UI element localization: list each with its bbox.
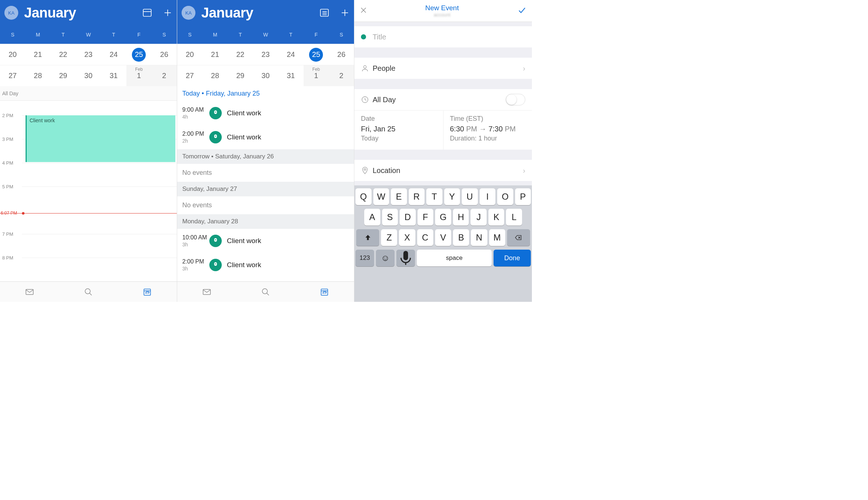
- date-cell[interactable]: 29: [50, 65, 76, 86]
- title-row[interactable]: [354, 26, 532, 47]
- date-cell[interactable]: 26: [152, 44, 177, 65]
- date-cell[interactable]: 24: [101, 44, 126, 65]
- date-cell[interactable]: 2: [329, 65, 354, 86]
- mail-tab-icon[interactable]: [202, 288, 212, 296]
- letter-key[interactable]: I: [480, 188, 496, 205]
- date-cell[interactable]: 28: [202, 65, 228, 86]
- letter-key[interactable]: E: [391, 188, 407, 205]
- letter-key[interactable]: W: [373, 188, 389, 205]
- letter-key[interactable]: M: [489, 229, 505, 246]
- date-cell[interactable]: 31: [101, 65, 126, 86]
- weekday-label: T: [50, 26, 76, 44]
- letter-key[interactable]: C: [417, 229, 433, 246]
- mic-key[interactable]: [396, 250, 415, 266]
- event-category-icon: [209, 259, 222, 271]
- backspace-key[interactable]: [507, 229, 530, 246]
- chevron-right-icon: ›: [523, 64, 525, 73]
- mail-tab-icon[interactable]: [24, 288, 35, 296]
- allday-row[interactable]: All Day: [354, 89, 532, 110]
- letter-key[interactable]: S: [382, 209, 398, 226]
- date-cell[interactable]: 27: [177, 65, 202, 86]
- people-row[interactable]: People ›: [354, 58, 532, 79]
- date-cell[interactable]: 30: [253, 65, 278, 86]
- month-title[interactable]: January: [24, 5, 142, 21]
- letter-key[interactable]: J: [471, 209, 487, 226]
- letter-key[interactable]: B: [453, 229, 469, 246]
- add-event-icon[interactable]: [340, 8, 350, 18]
- date-cell[interactable]: 2: [152, 65, 177, 86]
- date-cell[interactable]: 20: [177, 44, 202, 65]
- letter-key[interactable]: Q: [355, 188, 372, 205]
- letter-key[interactable]: R: [409, 188, 425, 205]
- date-cell[interactable]: 24: [278, 44, 304, 65]
- event-category-icon: [209, 131, 222, 143]
- date-cell[interactable]: 31: [278, 65, 304, 86]
- letter-key[interactable]: L: [506, 209, 522, 226]
- date-cell[interactable]: 30: [76, 65, 101, 86]
- letter-key[interactable]: U: [462, 188, 478, 205]
- letter-key[interactable]: P: [515, 188, 531, 205]
- letter-key[interactable]: N: [471, 229, 487, 246]
- confirm-icon[interactable]: [517, 6, 527, 16]
- date-cell[interactable]: 27: [0, 65, 25, 86]
- close-icon[interactable]: [359, 6, 368, 16]
- date-cell[interactable]: 20: [0, 44, 25, 65]
- event-block[interactable]: Client work: [26, 115, 175, 162]
- date-cell[interactable]: Feb1: [126, 65, 152, 86]
- date-cell[interactable]: 23: [253, 44, 278, 65]
- date-cell[interactable]: 23: [76, 44, 101, 65]
- calendar-tab-icon[interactable]: 25: [319, 288, 330, 296]
- search-tab-icon[interactable]: [83, 288, 94, 296]
- letter-key[interactable]: H: [453, 209, 469, 226]
- location-row[interactable]: Location ›: [354, 160, 532, 181]
- shift-key[interactable]: [356, 229, 379, 246]
- letter-key[interactable]: Z: [381, 229, 397, 246]
- done-key[interactable]: Done: [494, 250, 531, 266]
- svg-line-21: [267, 293, 269, 295]
- date-cell[interactable]: Feb1: [304, 65, 329, 86]
- agenda-view-icon[interactable]: [320, 8, 329, 18]
- avatar[interactable]: KA: [4, 6, 18, 20]
- emoji-key[interactable]: ☺: [376, 250, 395, 266]
- date-cell[interactable]: 22: [228, 44, 253, 65]
- date-cell[interactable]: 21: [202, 44, 228, 65]
- agenda-event[interactable]: 2:00 PM3hClient work: [177, 253, 354, 277]
- date-cell[interactable]: 29: [228, 65, 253, 86]
- letter-key[interactable]: Y: [444, 188, 460, 205]
- space-key[interactable]: space: [417, 250, 491, 266]
- numeric-key[interactable]: 123: [355, 250, 374, 266]
- date-cell[interactable]: 28: [25, 65, 50, 86]
- agenda-event[interactable]: 2:00 PM2hClient work: [177, 125, 354, 149]
- add-event-icon[interactable]: [163, 8, 172, 18]
- letter-key[interactable]: X: [399, 229, 415, 246]
- title-input[interactable]: [373, 33, 525, 41]
- agenda-list[interactable]: Today • Friday, January 25 9:00 AM4hClie…: [177, 86, 354, 281]
- day-timeline[interactable]: 2 PM 3 PM 4 PM 5 PM 6:07 PM 7 PM 8 PM Cl…: [0, 101, 177, 281]
- svg-point-17: [215, 239, 216, 241]
- letter-key[interactable]: T: [426, 188, 442, 205]
- date-cell[interactable]: 26: [329, 44, 354, 65]
- letter-key[interactable]: K: [488, 209, 505, 226]
- avatar[interactable]: KA: [182, 6, 195, 20]
- month-title[interactable]: January: [201, 5, 320, 21]
- day-view-icon[interactable]: [142, 8, 152, 18]
- letter-key[interactable]: F: [418, 209, 434, 226]
- date-cell[interactable]: 25: [126, 44, 152, 65]
- letter-key[interactable]: G: [435, 209, 451, 226]
- date-cell[interactable]: 25: [304, 44, 329, 65]
- datetime-row[interactable]: Date Fri, Jan 25 Today Time (EST) 6:30 P…: [354, 110, 532, 150]
- weekday-label: T: [278, 26, 304, 44]
- date-cell[interactable]: 21: [25, 44, 50, 65]
- time-picker[interactable]: Time (EST) 6:30 PM → 7:30 PM Duration: 1…: [443, 111, 532, 150]
- allday-toggle[interactable]: [506, 94, 525, 105]
- search-tab-icon[interactable]: [260, 288, 271, 296]
- agenda-event[interactable]: 9:00 AM4hClient work: [177, 101, 354, 125]
- letter-key[interactable]: D: [400, 209, 416, 226]
- letter-key[interactable]: O: [497, 188, 513, 205]
- agenda-event[interactable]: 10:00 AM3hClient work: [177, 229, 354, 253]
- calendar-tab-icon[interactable]: 25: [142, 288, 152, 296]
- letter-key[interactable]: A: [364, 209, 380, 226]
- letter-key[interactable]: V: [435, 229, 451, 246]
- date-picker[interactable]: Date Fri, Jan 25 Today: [354, 111, 443, 150]
- date-cell[interactable]: 22: [50, 44, 76, 65]
